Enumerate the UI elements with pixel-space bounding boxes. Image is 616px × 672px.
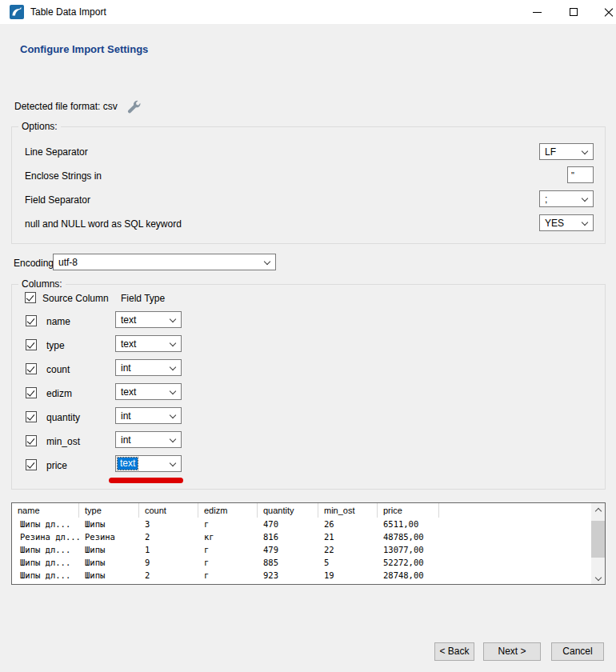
source-column-header: Source Column xyxy=(42,293,109,304)
line-separator-select[interactable]: LF xyxy=(539,143,594,160)
columns-group: Columns: Source Column Field Type name t… xyxy=(11,284,606,490)
null-keyword-select[interactable]: YES xyxy=(539,214,594,231)
page-title: Configure Import Settings xyxy=(20,43,148,55)
cell: 3 xyxy=(145,518,198,530)
field-separator-label: Field Separator xyxy=(25,194,90,206)
null-keyword-label: null and NULL word as SQL keyword xyxy=(25,218,182,230)
header-cell-name[interactable]: name xyxy=(12,503,79,518)
scroll-up-button[interactable] xyxy=(591,503,605,515)
field-type-select-min-ost[interactable]: int xyxy=(115,431,182,448)
table-row[interactable]: Шипы дл... Шипы 3 г 470 26 6511,00 xyxy=(12,518,591,530)
maximize-button[interactable] xyxy=(558,0,589,24)
field-separator-value: ; xyxy=(545,194,547,205)
wrench-icon[interactable] xyxy=(126,99,142,114)
field-type-value-selected: text xyxy=(118,458,138,470)
cell: 9 xyxy=(145,556,198,569)
cell: 479 xyxy=(263,543,318,556)
field-type-select-name[interactable]: text xyxy=(115,311,182,328)
table-data-import-window: Table Data Import Configure Import Setti… xyxy=(0,0,616,672)
cell: Шипы xyxy=(85,543,139,556)
field-type-select-type[interactable]: text xyxy=(115,335,182,352)
column-label-min-ost: min_ost xyxy=(46,436,80,447)
cell: 26 xyxy=(324,518,378,530)
cell: 13077,00 xyxy=(383,543,439,556)
columns-group-label: Columns: xyxy=(18,278,66,290)
cancel-button[interactable]: Cancel xyxy=(551,642,604,661)
chevron-down-icon xyxy=(170,316,177,323)
cell: г xyxy=(204,543,258,556)
cell: Резина xyxy=(85,530,139,543)
field-type-value: text xyxy=(121,338,136,350)
chevron-down-icon xyxy=(582,219,589,226)
column-label-edizm: edizm xyxy=(46,388,72,399)
header-cell-price[interactable]: price xyxy=(378,503,439,518)
titlebar: Table Data Import xyxy=(0,0,616,24)
maximize-icon xyxy=(570,8,578,16)
table-row[interactable]: Шипы дл... Шипы 1 г 479 22 13077,00 xyxy=(12,543,591,556)
chevron-down-icon xyxy=(264,258,271,266)
chevron-down-icon xyxy=(170,364,177,371)
chevron-up-icon xyxy=(595,507,602,512)
enclose-strings-label: Enclose Strings in xyxy=(25,170,102,182)
field-type-select-edizm[interactable]: text xyxy=(115,383,182,400)
cell: Шипы xyxy=(85,518,139,530)
enclose-strings-input[interactable] xyxy=(567,166,594,183)
chevron-down-icon xyxy=(170,388,177,395)
preview-table-header: name type count edizm quantity min_ost p… xyxy=(12,503,591,518)
next-button[interactable]: Next > xyxy=(483,642,541,661)
field-type-value: text xyxy=(121,386,136,398)
chevron-down-icon xyxy=(170,412,177,419)
cell: 470 xyxy=(263,518,318,530)
header-cell-type[interactable]: type xyxy=(79,503,139,518)
encoding-select[interactable]: utf-8 xyxy=(53,254,276,270)
header-cell-quantity[interactable]: quantity xyxy=(258,503,318,518)
cell: Шипы дл... xyxy=(20,518,79,530)
cell: Шипы дл... xyxy=(20,556,79,569)
column-checkbox-edizm[interactable] xyxy=(26,387,37,398)
minimize-button[interactable] xyxy=(522,0,552,24)
column-checkbox-price[interactable] xyxy=(26,459,37,470)
close-button[interactable] xyxy=(594,0,616,24)
cell: Резина дл... xyxy=(20,530,79,543)
line-separator-label: Line Separator xyxy=(25,146,88,158)
table-row[interactable]: Шипы дл... Шипы 9 г 885 5 52272,00 xyxy=(12,556,591,569)
column-checkbox-name[interactable] xyxy=(26,315,37,326)
column-checkbox-count[interactable] xyxy=(26,363,37,374)
chevron-down-icon xyxy=(170,436,177,443)
scroll-down-button[interactable] xyxy=(591,572,605,584)
column-label-price: price xyxy=(46,460,67,471)
field-separator-select[interactable]: ; xyxy=(539,190,594,207)
close-icon xyxy=(604,7,614,17)
header-cell-min-ost[interactable]: min_ost xyxy=(318,503,378,518)
table-row[interactable]: Шипы дл... Шипы 2 г 923 19 28748,00 xyxy=(12,569,591,582)
select-all-columns-checkbox[interactable] xyxy=(25,292,36,303)
encoding-label: Encoding: xyxy=(14,258,56,269)
header-cell-edizm[interactable]: edizm xyxy=(198,503,258,518)
table-row[interactable]: Резина дл... Резина 2 кг 816 21 48785,00 xyxy=(12,530,591,543)
encoding-value: utf-8 xyxy=(58,257,78,268)
field-type-value: text xyxy=(121,314,136,326)
header-cell-count[interactable]: count xyxy=(139,503,198,518)
column-checkbox-type[interactable] xyxy=(26,339,37,350)
field-type-value: int xyxy=(121,434,131,446)
field-type-value: int xyxy=(121,410,131,422)
cell: 19 xyxy=(324,569,378,582)
cell: г xyxy=(204,518,258,530)
field-type-value: int xyxy=(121,362,131,374)
column-label-quantity: quantity xyxy=(46,412,80,423)
field-type-select-quantity[interactable]: int xyxy=(115,407,182,424)
scrollbar-thumb[interactable] xyxy=(591,521,605,558)
chevron-down-icon xyxy=(582,195,589,202)
column-checkbox-min-ost[interactable] xyxy=(26,435,37,446)
null-keyword-value: YES xyxy=(545,218,564,229)
back-button[interactable]: < Back xyxy=(434,642,474,661)
column-checkbox-quantity[interactable] xyxy=(26,411,37,422)
field-type-select-price[interactable]: text xyxy=(115,455,182,472)
chevron-down-icon xyxy=(582,148,589,155)
cell: г xyxy=(204,556,258,569)
cell: 2 xyxy=(145,569,198,582)
annotation-red-underline xyxy=(109,478,183,483)
chevron-down-icon xyxy=(170,340,177,347)
vertical-scrollbar[interactable] xyxy=(591,503,605,584)
field-type-select-count[interactable]: int xyxy=(115,359,182,376)
